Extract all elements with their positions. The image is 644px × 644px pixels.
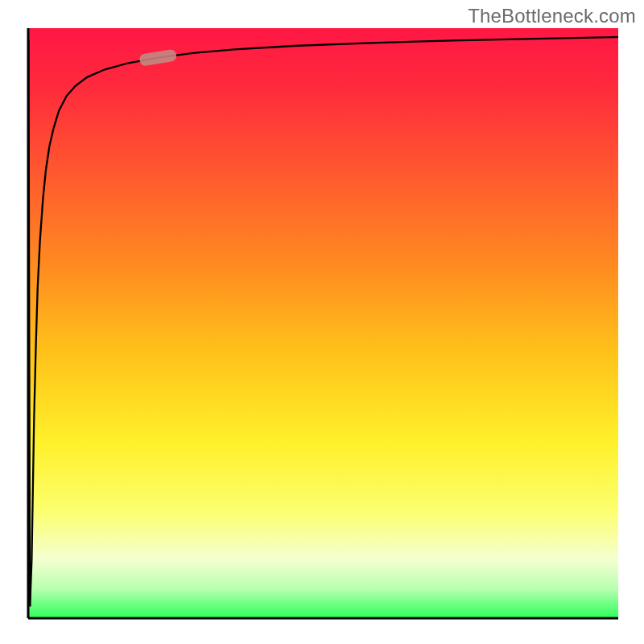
chart-svg [0,0,644,644]
plot-background [28,28,618,618]
chart-canvas: TheBottleneck.com [0,0,644,644]
